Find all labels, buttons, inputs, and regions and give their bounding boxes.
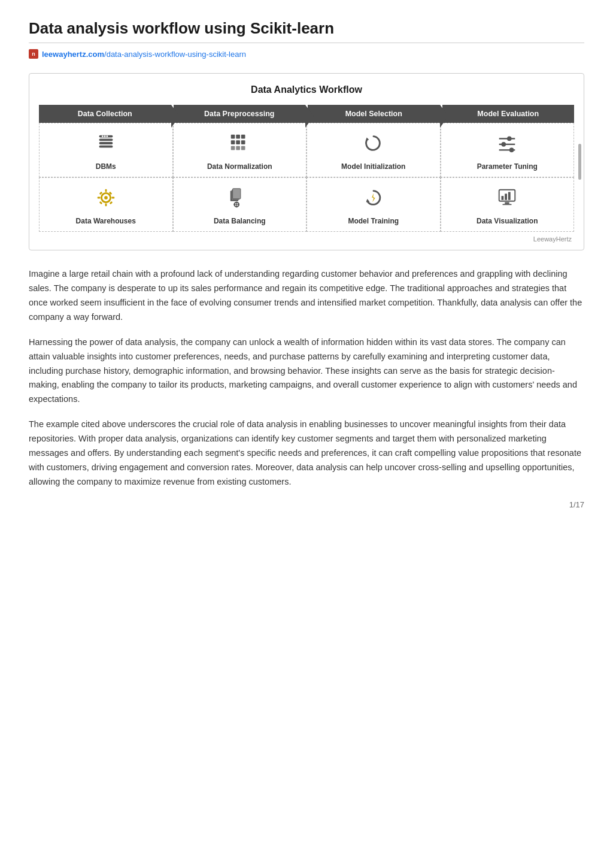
svg-rect-49: [503, 204, 512, 205]
item-param-tuning: Parameter Tuning: [441, 123, 575, 177]
data-balancing-icon: [228, 186, 251, 212]
svg-rect-15: [241, 146, 245, 150]
svg-point-4: [102, 135, 104, 137]
model-training-icon: [362, 186, 385, 212]
dbms-icon: [95, 132, 117, 158]
stage-model-selection: Model Selection: [308, 105, 440, 123]
svg-rect-9: [241, 135, 245, 139]
svg-rect-2: [99, 142, 113, 144]
item-data-balancing: Data Balancing: [173, 177, 307, 232]
param-tuning-icon: [496, 132, 518, 158]
svg-rect-27: [98, 197, 101, 199]
source-link[interactable]: n leewayhertz.com/data-analysis-workflow…: [29, 49, 584, 59]
item-dbms: DBMs: [39, 123, 173, 177]
svg-marker-43: [372, 193, 375, 202]
page-title: Data analysis workflow using Scikit-lear…: [29, 19, 584, 38]
svg-rect-14: [236, 146, 241, 150]
svg-rect-28: [111, 197, 114, 199]
svg-point-20: [502, 142, 506, 147]
diagram-title: Data Analytics Workflow: [39, 84, 574, 95]
model-training-label: Model Training: [348, 217, 399, 225]
scrollbar-hint: [578, 144, 581, 180]
source-url: leewayhertz.com/data-analysis-workflow-u…: [42, 50, 246, 59]
svg-rect-10: [231, 140, 235, 144]
svg-point-37: [236, 204, 238, 205]
svg-rect-7: [231, 135, 235, 139]
data-warehouses-icon: [95, 186, 117, 212]
model-init-label: Model Initialization: [341, 162, 405, 171]
page-number: 1/17: [29, 500, 584, 509]
svg-rect-41: [238, 204, 239, 205]
diagram-container: Data Analytics Workflow Data Collection …: [29, 73, 584, 250]
svg-point-5: [104, 135, 105, 137]
svg-rect-8: [236, 135, 241, 139]
svg-rect-13: [231, 146, 235, 150]
diagram-branding: LeewayHertz: [39, 235, 574, 243]
items-grid: DBMs Data Normalization: [39, 123, 574, 232]
svg-rect-30: [110, 201, 113, 204]
stage-data-collection: Data Collection: [39, 105, 171, 123]
svg-rect-35: [233, 189, 241, 199]
svg-point-24: [104, 196, 108, 199]
item-model-training: Model Training: [306, 177, 441, 232]
svg-point-22: [509, 148, 514, 153]
item-data-normalization: Data Normalization: [173, 123, 307, 177]
paragraph-1: Imagine a large retail chain with a prof…: [29, 267, 584, 325]
svg-rect-3: [99, 146, 113, 148]
stage-data-preprocessing: Data Preprocessing: [174, 105, 306, 123]
normalization-icon: [228, 132, 251, 158]
data-viz-icon: [496, 186, 518, 212]
model-init-icon: [362, 132, 385, 158]
svg-point-6: [106, 135, 108, 137]
item-data-warehouses: Data Warehouses: [39, 177, 173, 232]
svg-point-18: [507, 137, 512, 141]
svg-rect-48: [505, 202, 509, 204]
svg-rect-47: [508, 192, 511, 200]
svg-rect-1: [99, 138, 113, 141]
data-warehouses-label: Data Warehouses: [76, 217, 136, 225]
paragraph-2: Harnessing the power of data analysis, t…: [29, 335, 584, 407]
svg-rect-11: [236, 140, 241, 144]
dbms-label: DBMs: [96, 162, 116, 171]
data-viz-label: Data Visualization: [477, 217, 538, 225]
normalization-label: Data Normalization: [207, 162, 272, 171]
stage-model-evaluation: Model Evaluation: [442, 105, 575, 123]
svg-rect-45: [502, 196, 504, 200]
svg-rect-0: [99, 135, 113, 138]
title-divider: [29, 43, 584, 43]
stages-row: Data Collection Data Preprocessing Model…: [39, 105, 574, 123]
paragraph-3: The example cited above underscores the …: [29, 418, 584, 489]
body-text: Imagine a large retail chain with a prof…: [29, 267, 584, 489]
source-icon: n: [29, 49, 38, 59]
item-data-viz: Data Visualization: [441, 177, 575, 232]
item-model-init: Model Initialization: [306, 123, 441, 177]
param-tuning-label: Parameter Tuning: [477, 162, 538, 171]
svg-rect-40: [234, 204, 236, 205]
svg-rect-26: [105, 204, 107, 207]
svg-rect-38: [236, 202, 238, 204]
svg-rect-39: [236, 205, 238, 207]
svg-rect-12: [241, 140, 245, 144]
svg-rect-25: [105, 189, 107, 192]
svg-rect-46: [505, 193, 507, 199]
svg-rect-32: [99, 201, 102, 204]
data-balancing-label: Data Balancing: [214, 217, 266, 225]
